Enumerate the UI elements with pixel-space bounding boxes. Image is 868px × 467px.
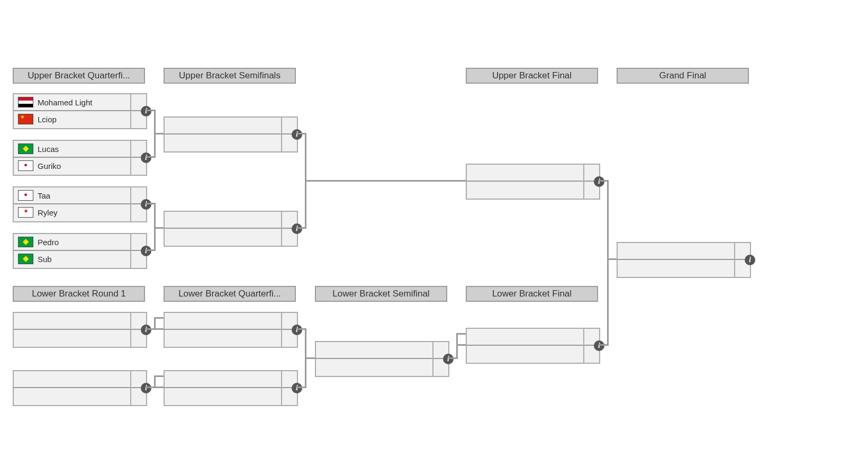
- match-lsf[interactable]: i: [315, 341, 449, 377]
- match-ubf[interactable]: i: [466, 164, 600, 200]
- flag-egypt-icon: [18, 97, 33, 107]
- team-row: [14, 313, 146, 329]
- round-header-lsf: Lower Bracket Semifinal: [315, 286, 447, 302]
- flag-japan-icon: [18, 160, 33, 171]
- flag-japan-icon: [18, 190, 33, 201]
- bracket-connector: [154, 133, 164, 134]
- match-lbf[interactable]: i: [466, 328, 600, 364]
- team-name: Lucas: [38, 145, 59, 154]
- team-row: [165, 387, 297, 404]
- info-icon[interactable]: i: [141, 325, 151, 335]
- team-name: Lciop: [38, 115, 57, 124]
- match-uqf-3[interactable]: Taa ✦Ryley i: [13, 186, 147, 222]
- team-row: [316, 342, 448, 358]
- match-lr1-1[interactable]: i: [13, 312, 147, 348]
- info-icon[interactable]: i: [594, 340, 604, 351]
- team-row: [618, 259, 750, 276]
- info-icon[interactable]: i: [594, 176, 604, 187]
- round-header-ubf: Upper Bracket Final: [466, 68, 598, 84]
- bracket-connector: [607, 180, 609, 260]
- bracket-connector: [154, 375, 156, 388]
- bracket-connector: [305, 180, 466, 182]
- team-row: Sub: [14, 250, 146, 267]
- bracket-connector: [305, 357, 315, 359]
- team-row: Lucas: [14, 141, 146, 157]
- team-row: [14, 371, 146, 387]
- team-row: [316, 358, 448, 375]
- team-name: Mohamed Light: [38, 98, 92, 107]
- info-icon[interactable]: i: [292, 325, 302, 335]
- team-row: [165, 133, 297, 150]
- team-name: Guriko: [38, 161, 61, 170]
- info-icon[interactable]: i: [141, 152, 151, 163]
- team-name: Sub: [38, 255, 52, 264]
- team-row: [467, 181, 599, 197]
- flag-brazil-icon: [18, 237, 33, 247]
- round-header-lr1: Lower Bracket Round 1: [13, 286, 145, 302]
- team-row: Mohamed Light: [14, 94, 146, 110]
- round-header-gf: Grand Final: [617, 68, 749, 84]
- bracket-connector: [456, 344, 458, 359]
- match-lqf-2[interactable]: i: [164, 370, 298, 406]
- match-uqf-4[interactable]: Pedro Sub i: [13, 233, 147, 269]
- team-row: Taa: [14, 187, 146, 203]
- team-row: [165, 228, 297, 245]
- info-icon[interactable]: i: [141, 106, 151, 116]
- team-row: ✦Ryley: [14, 203, 146, 220]
- round-header-uqf: Upper Bracket Quarterfi...: [13, 68, 145, 84]
- team-name: Ryley: [38, 208, 58, 217]
- team-row: [467, 165, 599, 181]
- team-row: [467, 329, 599, 345]
- info-icon[interactable]: i: [141, 246, 151, 256]
- team-row: [165, 329, 297, 346]
- info-icon[interactable]: i: [141, 383, 151, 393]
- info-icon[interactable]: i: [292, 129, 302, 140]
- bracket-connector: [456, 333, 458, 346]
- match-grand-final[interactable]: i: [617, 242, 751, 278]
- team-row: [14, 329, 146, 346]
- flag-canada-icon: ✦: [18, 207, 33, 218]
- team-row: [467, 345, 599, 362]
- flag-brazil-icon: [18, 254, 33, 264]
- match-lr1-2[interactable]: i: [13, 370, 147, 406]
- round-header-lqf: Lower Bracket Quarterfi...: [164, 286, 296, 302]
- info-icon[interactable]: i: [292, 383, 302, 393]
- round-header-lbf: Lower Bracket Final: [466, 286, 598, 302]
- match-uqf-2[interactable]: Lucas Guriko i: [13, 140, 147, 176]
- round-header-usf: Upper Bracket Semifinals: [164, 68, 296, 84]
- team-row: [618, 243, 750, 259]
- bracket-connector: [607, 258, 609, 346]
- team-row: Pedro: [14, 234, 146, 250]
- team-name: Taa: [38, 191, 50, 200]
- info-icon[interactable]: i: [141, 199, 151, 210]
- info-icon[interactable]: i: [292, 223, 302, 234]
- team-row: [14, 387, 146, 404]
- bracket-connector: [154, 227, 164, 229]
- team-row: Lciop: [14, 110, 146, 127]
- match-lqf-1[interactable]: i: [164, 312, 298, 348]
- team-row: [165, 313, 297, 329]
- team-row: [165, 118, 297, 133]
- flag-china-icon: [18, 114, 33, 124]
- info-icon[interactable]: i: [745, 255, 755, 265]
- info-icon[interactable]: i: [443, 354, 454, 364]
- match-usf-1[interactable]: i: [164, 116, 298, 152]
- team-name: Pedro: [38, 238, 59, 247]
- match-usf-2[interactable]: i: [164, 211, 298, 247]
- team-row: [165, 371, 297, 387]
- tournament-bracket: { "headers": { "uqf": "Upper Bracket Qua…: [0, 0, 868, 467]
- bracket-connector: [154, 317, 156, 330]
- flag-brazil-icon: [18, 143, 33, 154]
- team-row: Guriko: [14, 157, 146, 174]
- match-uqf-1[interactable]: Mohamed Light Lciop i: [13, 93, 147, 129]
- team-row: [165, 212, 297, 228]
